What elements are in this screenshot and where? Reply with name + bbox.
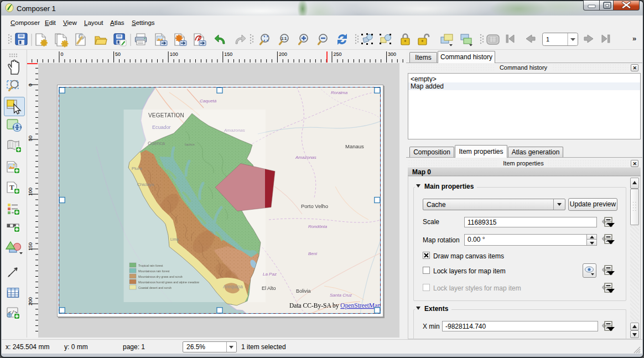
svg-text:50: 50 xyxy=(28,136,33,141)
svg-text:Mountainous dry grass and scru: Mountainous dry grass and scrub xyxy=(138,275,183,278)
svg-text:Bolivia: Bolivia xyxy=(296,288,311,294)
svg-text:100: 100 xyxy=(28,188,33,196)
svg-text:150: 150 xyxy=(224,51,232,57)
svg-text:200: 200 xyxy=(28,297,33,305)
svg-text:Arequipa: Arequipa xyxy=(223,284,243,289)
svg-text:300: 300 xyxy=(388,51,396,57)
svg-text:T: T xyxy=(9,183,14,191)
svg-text:Rondônia: Rondônia xyxy=(308,224,328,229)
svg-text:Chiclayo: Chiclayo xyxy=(137,182,154,187)
svg-text:Coastal desert and scrub: Coastal desert and scrub xyxy=(138,286,172,289)
svg-text:Mountainous rain forest: Mountainous rain forest xyxy=(138,269,170,273)
svg-text:Cuenca: Cuenca xyxy=(148,141,165,146)
svg-text:Piura: Piura xyxy=(132,166,142,171)
svg-text:La Paz: La Paz xyxy=(263,272,277,277)
svg-text:0: 0 xyxy=(61,51,64,57)
svg-text:Roraima: Roraima xyxy=(331,90,348,95)
svg-text:Manaus: Manaus xyxy=(345,143,364,149)
svg-text:100: 100 xyxy=(170,51,178,57)
svg-text:Iquitos: Iquitos xyxy=(185,143,195,146)
svg-text:50: 50 xyxy=(115,51,121,57)
svg-text:200: 200 xyxy=(279,51,287,57)
svg-text:Porto Velho: Porto Velho xyxy=(301,203,328,209)
svg-text:0: 0 xyxy=(28,84,33,86)
svg-text:Tropical rain forest: Tropical rain forest xyxy=(138,264,163,267)
svg-text:250: 250 xyxy=(334,51,342,57)
svg-text:VEGETATION: VEGETATION xyxy=(148,112,184,118)
svg-text:Lima: Lima xyxy=(170,237,179,241)
svg-text:150: 150 xyxy=(28,242,33,251)
svg-text:Amazonas: Amazonas xyxy=(224,128,245,133)
svg-text:1:1: 1:1 xyxy=(281,37,287,40)
svg-text:1: 1 xyxy=(546,36,549,43)
svg-text:Beni: Beni xyxy=(308,251,317,256)
svg-text:El Alto: El Alto xyxy=(262,286,276,291)
svg-text:Data CC-By-SA by OpenStreetMap: Data CC-By-SA by OpenStreetMap xyxy=(289,302,381,309)
svg-text:Santa Cruz: Santa Cruz xyxy=(330,293,352,298)
svg-text:Ecuador: Ecuador xyxy=(152,124,171,130)
svg-text:Mountainous humid grass and al: Mountainous humid grass and alpine meado… xyxy=(138,281,199,284)
svg-text:Amazonas: Amazonas xyxy=(295,155,316,160)
svg-text:Caquetá: Caquetá xyxy=(200,98,217,103)
svg-text:»: » xyxy=(632,34,636,43)
